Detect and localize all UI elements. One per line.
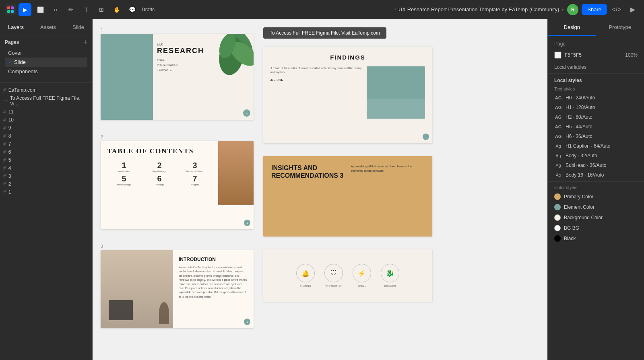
tab-slide[interactable]: Slide (69, 23, 87, 32)
slide-2-image-inner (218, 141, 254, 205)
pages-label: Pages (5, 39, 19, 45)
element-color-label: Element Color (564, 204, 594, 210)
findings-title: FINDINGS (270, 54, 425, 61)
hand-tool[interactable]: ✋ (110, 3, 123, 16)
code-view-button[interactable]: </> (610, 3, 623, 16)
tab-prototype[interactable]: Prototype (596, 19, 644, 36)
page-name-cover: Cover (8, 50, 22, 56)
insights-description: A powerful spell that can control and ha… (351, 164, 424, 173)
layer-7[interactable]: # 7 (0, 140, 92, 148)
ts-label-h0: H0 · 240/Auto (566, 95, 595, 101)
findings-slide[interactable]: FINDINGS A record of the number of unico… (263, 47, 432, 143)
toc-num-1: 1 (107, 161, 141, 170)
slide-3-furniture (109, 300, 133, 320)
icons-slide[interactable]: 🔔 BINDING 🛡 PROTECTION ⚡ SPELL (263, 249, 432, 302)
spell-label: SPELL (357, 285, 366, 287)
svg-rect-1 (11, 6, 14, 9)
add-page-button[interactable]: + (83, 39, 87, 46)
tab-assets[interactable]: Assets (37, 23, 59, 32)
ts-label-h2: H2 · 80/Auto (566, 114, 592, 120)
dropdown-icon[interactable]: ▾ (561, 7, 564, 12)
page-name-components: Components (8, 68, 38, 74)
text-style-h6[interactable]: AG H6 · 36/Auto (548, 132, 644, 141)
file-path: Drafts (142, 7, 392, 12)
local-variables-btn[interactable]: Local variables (548, 61, 644, 73)
slide-3[interactable]: INTRODUCTION Welcome to the Fantasy Worl… (101, 250, 254, 328)
layer-3[interactable]: # 3 (0, 172, 92, 180)
ts-label-h5: H5 · 44/Auto (566, 124, 592, 130)
text-style-body[interactable]: Ag Body · 32/Auto (548, 151, 644, 160)
text-styles-label: Text styles (548, 85, 644, 93)
layer-11[interactable]: # 11 (0, 108, 92, 116)
slide-1[interactable]: UX RESEARCH FREEPRESENTATIONTEMPLATE (101, 34, 254, 120)
ts-icon-body: Ag (554, 153, 562, 158)
tab-layers[interactable]: Layers (5, 23, 27, 32)
comment-tool[interactable]: 💬 (126, 3, 138, 16)
color-style-black[interactable]: Black (548, 233, 644, 244)
slides-column: 1 UX RESEARCH FREEPRESENTATIONTEMPLA (101, 27, 254, 339)
color-style-background[interactable]: Background Color (548, 212, 644, 223)
right-previews-column: To Access Full FREE Figma File, Visit Ea… (263, 27, 432, 339)
background-color-label: Background Color (564, 215, 603, 220)
page-item-cover[interactable]: Cover (5, 48, 87, 58)
layer-5[interactable]: # 5 (0, 156, 92, 164)
slide-1-right: UX RESEARCH FREEPRESENTATIONTEMPLATE (153, 34, 254, 120)
layer-1[interactable]: # 1 (0, 188, 92, 196)
page-color-row: F5F5F5 100% (548, 49, 644, 61)
frame-tool[interactable]: ⬜ (34, 3, 47, 16)
page-item-components[interactable]: Components (5, 67, 87, 76)
layer-9[interactable]: # 9 (0, 124, 92, 132)
canvas-content: 1 UX RESEARCH FREEPRESENTATIONTEMPLA (101, 27, 539, 339)
share-button[interactable]: Share (582, 4, 607, 15)
insights-slide[interactable]: INSIGHTS AND RECOMMENDATIONS 3 A powerfu… (263, 156, 432, 237)
layer-2[interactable]: # 2 (0, 180, 92, 188)
color-style-primary[interactable]: Primary Color (548, 191, 644, 202)
slide-2[interactable]: TABLE OF CONTENTS 1 Introduction 2 Key F… (101, 141, 254, 229)
layer-name: 2 (8, 181, 11, 187)
text-style-h0[interactable]: AG H0 · 240/Auto (548, 93, 644, 103)
slide-3-text: Welcome to the Fantasy World, a realm of… (179, 265, 248, 299)
shape-tool[interactable]: ○ (49, 3, 62, 16)
slide-2-label: 2 (101, 134, 254, 139)
color-style-bg-bg[interactable]: BG BG (548, 223, 644, 233)
text-tool[interactable]: T (80, 3, 93, 16)
color-style-element[interactable]: Element Color (548, 202, 644, 212)
app-logo[interactable] (5, 4, 16, 15)
bg-bg-color-label: BG BG (564, 225, 579, 231)
layer-name: 4 (8, 165, 11, 171)
layer-eatempcom[interactable]: # EaTemp.com (0, 86, 92, 94)
findings-caption-bar (367, 99, 425, 119)
page-color-swatch[interactable] (554, 51, 561, 59)
text-style-h5[interactable]: AG H5 · 44/Auto (548, 122, 644, 132)
toc-item-3: 3 Research Team (178, 161, 212, 173)
pen-tool[interactable]: ✏ (64, 3, 77, 16)
text-style-h1[interactable]: AG H1 · 128/Auto (548, 103, 644, 112)
select-tool[interactable]: ▶ (19, 3, 31, 16)
layer-10[interactable]: # 10 (0, 116, 92, 124)
layer-4[interactable]: # 4 (0, 164, 92, 172)
layer-6[interactable]: # 6 (0, 148, 92, 156)
toc-label-1: Introduction (107, 170, 141, 173)
text-style-body16[interactable]: Ag Body 16 · 16/Auto (548, 170, 644, 180)
present-button[interactable]: ▶ (626, 3, 639, 16)
page-item-slide[interactable]: ✓ Slide (5, 58, 87, 67)
ts-label-h1caption: H1 Caption · 64/Auto (566, 143, 610, 149)
slide-3-img-inner (101, 250, 173, 328)
slide-3-container: 3 INTRODUCTION Welcome to the Fantasy (101, 244, 254, 335)
icon-binding: 🔔 BINDING (296, 264, 315, 287)
tab-design[interactable]: Design (548, 19, 596, 36)
ts-label-h6: H6 · 36/Auto (566, 134, 592, 139)
path-separator: / (394, 6, 396, 12)
layer-8[interactable]: # 8 (0, 132, 92, 140)
component-tool[interactable]: ⊞ (95, 3, 108, 16)
layer-access[interactable]: ▭ To Access Full FREE Figma File, Vi... (0, 94, 92, 108)
slide-1-label: 1 (101, 27, 254, 32)
text-style-h1caption[interactable]: Ag H1 Caption · 64/Auto (548, 141, 644, 151)
ts-icon-h1caption: Ag (554, 144, 562, 148)
text-style-subhead[interactable]: Ag SubHead · 36/Auto (548, 160, 644, 170)
primary-color-swatch (554, 193, 561, 200)
ts-icon-body16: Ag (554, 173, 562, 177)
text-style-h2[interactable]: AG H2 · 80/Auto (548, 112, 644, 122)
element-color-swatch (554, 204, 561, 210)
toc-item-7: 7 Insights (178, 174, 212, 186)
